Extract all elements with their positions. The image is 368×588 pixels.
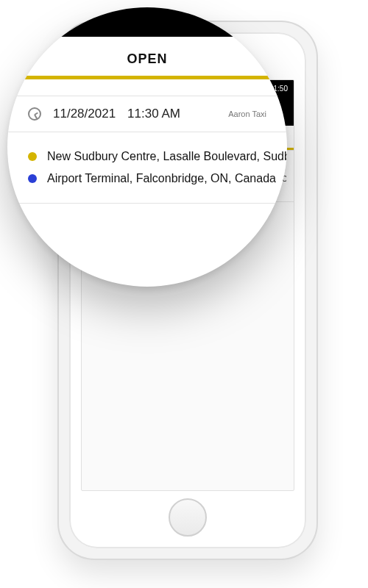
mag-pickup-row: New Sudbury Centre, Lasalle Boulevard, S… <box>28 146 266 168</box>
pickup-dot-icon <box>28 152 37 161</box>
mag-tab-open-label: OPEN <box>127 51 167 66</box>
mag-ride-provider: Aaron Taxi <box>228 110 266 118</box>
mag-pickup-address: New Sudbury Centre, Lasalle Boulevard, S… <box>47 150 287 163</box>
mag-ride-date: 11/28/2021 <box>53 107 116 121</box>
mag-address-block: New Sudbury Centre, Lasalle Boulevard, S… <box>7 132 287 204</box>
magnifier-content: 11:50 OPEN 11/28/2021 11:30 AM Aaron Tax… <box>7 7 287 287</box>
mag-dropoff-row: Airport Terminal, Falconbridge, ON, Cana… <box>28 168 266 190</box>
dropoff-dot-icon <box>28 174 37 183</box>
home-button[interactable] <box>169 498 207 537</box>
clock-icon <box>28 107 41 121</box>
mag-time-row: 11/28/2021 11:30 AM Aaron Taxi <box>7 96 287 132</box>
mag-dropoff-address: Airport Terminal, Falconbridge, ON, Cana… <box>47 172 276 185</box>
magnifier-lens: 11:50 OPEN 11/28/2021 11:30 AM Aaron Tax… <box>7 7 287 287</box>
mag-ride-time: 11:30 AM <box>127 107 180 121</box>
